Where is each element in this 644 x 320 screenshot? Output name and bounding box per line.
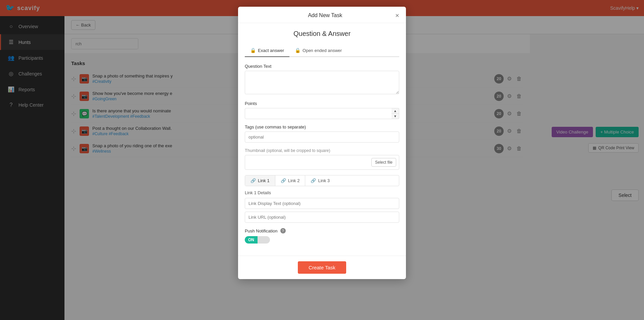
select-file-button[interactable]: Select file bbox=[371, 158, 396, 167]
modal-footer: Create Task bbox=[238, 256, 406, 279]
points-input[interactable] bbox=[245, 108, 399, 119]
thumbnail-area: Select file bbox=[245, 155, 399, 170]
link-tabs: 🔗 Link 1 🔗 Link 2 🔗 Link 3 bbox=[245, 175, 399, 186]
toggle-off-label bbox=[258, 236, 270, 244]
link-icon-2: 🔗 bbox=[281, 178, 286, 183]
tags-group: Tags (use commas to separate) bbox=[245, 124, 399, 143]
push-notification-label: Push Notification bbox=[245, 228, 278, 233]
modal-header: Add New Task × bbox=[238, 7, 406, 23]
link-display-input[interactable] bbox=[245, 198, 399, 209]
tab-row: 🔒 Exact answer 🔒 Open ended answer bbox=[245, 44, 399, 57]
toggle-on-label: ON bbox=[245, 236, 258, 244]
modal-overlay: Add New Task × Question & Answer 🔒 Exact… bbox=[0, 0, 644, 320]
thumbnail-label: Thumbnail (optional, will be cropped to … bbox=[245, 148, 399, 153]
tags-input[interactable] bbox=[245, 131, 399, 143]
push-notification-toggle[interactable]: ON bbox=[245, 236, 399, 244]
lock-icon-2: 🔒 bbox=[295, 48, 301, 53]
link-tab-label: Link 3 bbox=[318, 178, 330, 183]
help-circle-icon[interactable]: ? bbox=[280, 228, 286, 233]
points-up-button[interactable]: ▲ bbox=[392, 108, 399, 113]
points-down-button[interactable]: ▼ bbox=[392, 113, 399, 119]
push-notification-group: Push Notification ? ON bbox=[245, 228, 399, 244]
link-details-group: Link 1 Details bbox=[245, 190, 399, 223]
question-text-group: Question Text bbox=[245, 64, 399, 96]
points-group: Points ▲ ▼ bbox=[245, 101, 399, 119]
question-textarea[interactable] bbox=[245, 71, 399, 94]
points-label: Points bbox=[245, 101, 399, 106]
modal-title: Add New Task bbox=[255, 12, 395, 18]
points-input-wrap: ▲ ▼ bbox=[245, 108, 399, 119]
link-icon-3: 🔗 bbox=[311, 178, 316, 183]
link-icon-1: 🔗 bbox=[250, 178, 256, 183]
tab-label: Exact answer bbox=[258, 48, 284, 53]
create-task-button[interactable]: Create Task bbox=[298, 261, 346, 274]
link-tab-label: Link 2 bbox=[288, 178, 300, 183]
thumbnail-group: Thumbnail (optional, will be cropped to … bbox=[245, 148, 399, 170]
link-tab-2[interactable]: 🔗 Link 2 bbox=[275, 175, 306, 186]
link-tab-3[interactable]: 🔗 Link 3 bbox=[305, 175, 335, 186]
link-url-input[interactable] bbox=[245, 212, 399, 223]
link-tab-1[interactable]: 🔗 Link 1 bbox=[245, 175, 275, 186]
tab-exact-answer[interactable]: 🔒 Exact answer bbox=[245, 44, 289, 57]
link-tab-label: Link 1 bbox=[258, 178, 270, 183]
modal-body: Question & Answer 🔒 Exact answer 🔒 Open … bbox=[238, 23, 406, 256]
tab-label: Open ended answer bbox=[303, 48, 342, 53]
add-task-modal: Add New Task × Question & Answer 🔒 Exact… bbox=[238, 7, 406, 279]
tags-label: Tags (use commas to separate) bbox=[245, 124, 399, 129]
modal-heading: Question & Answer bbox=[245, 30, 399, 38]
tab-open-ended[interactable]: 🔒 Open ended answer bbox=[289, 44, 347, 57]
modal-close-button[interactable]: × bbox=[395, 12, 399, 19]
question-label: Question Text bbox=[245, 64, 399, 69]
link-details-title: Link 1 Details bbox=[245, 190, 399, 195]
lock-icon: 🔒 bbox=[250, 48, 256, 53]
spinner-buttons: ▲ ▼ bbox=[392, 108, 399, 119]
